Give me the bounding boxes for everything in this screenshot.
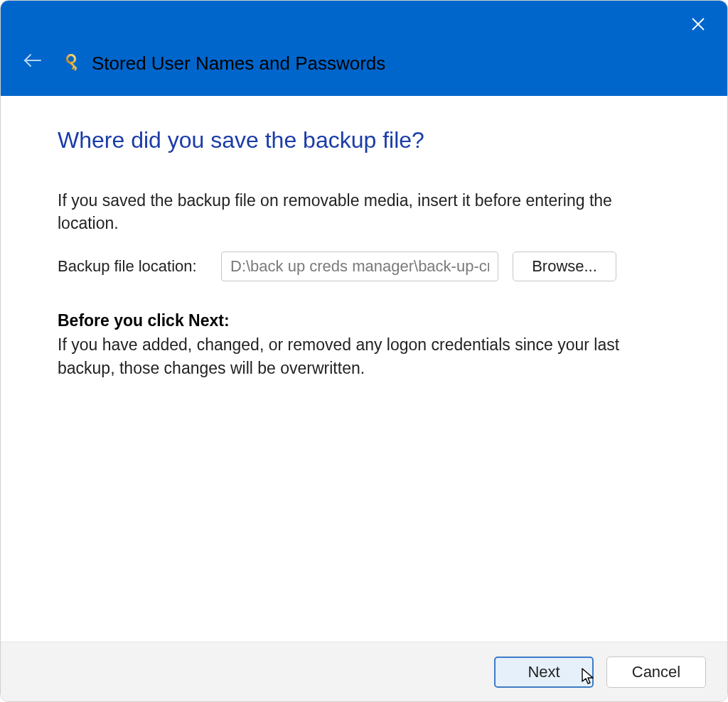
close-icon — [691, 17, 705, 34]
file-location-input[interactable] — [221, 252, 498, 281]
instruction-text: If you saved the backup file on removabl… — [58, 189, 670, 234]
cancel-button[interactable]: Cancel — [606, 657, 706, 688]
wizard-footer: Next Cancel — [1, 642, 727, 701]
content-area: Where did you save the backup file? If y… — [1, 96, 727, 379]
wizard-title: Stored User Names and Passwords — [92, 53, 385, 75]
warning-text: If you have added, changed, or removed a… — [58, 333, 670, 379]
back-arrow-icon — [22, 53, 42, 71]
browse-button[interactable]: Browse... — [513, 252, 616, 281]
file-location-row: Backup file location: Browse... — [58, 252, 670, 281]
close-button[interactable] — [689, 16, 707, 35]
wizard-header: Stored User Names and Passwords — [1, 1, 727, 96]
back-button[interactable] — [19, 49, 45, 75]
file-location-label: Backup file location: — [58, 257, 207, 276]
key-icon — [60, 53, 82, 75]
page-heading: Where did you save the backup file? — [58, 127, 670, 153]
next-button[interactable]: Next — [494, 657, 594, 688]
warning-heading: Before you click Next: — [58, 311, 670, 330]
